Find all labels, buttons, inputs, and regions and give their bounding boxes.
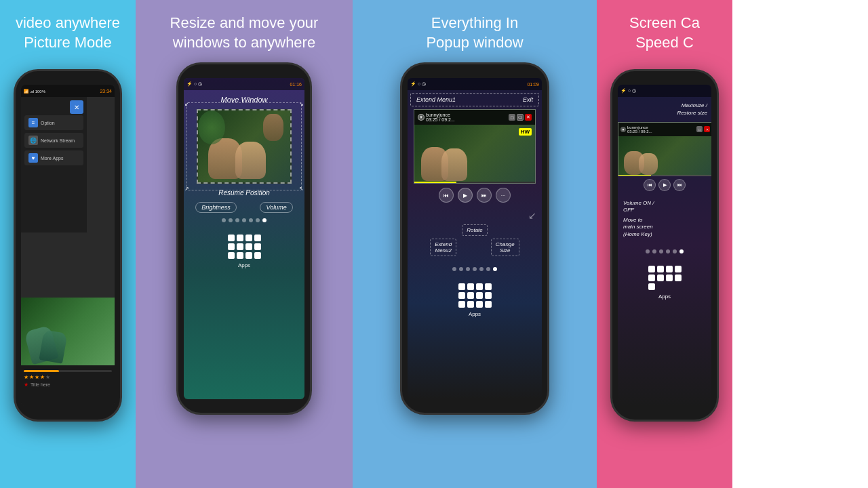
dot4-6-active xyxy=(679,249,684,253)
fastfwd-btn[interactable]: ⏭ xyxy=(477,188,492,203)
sidebar-close-btn[interactable]: ✕ xyxy=(70,100,83,114)
app-dot xyxy=(458,301,465,308)
minimize-btn[interactable]: □ xyxy=(509,114,515,121)
dot4-3 xyxy=(659,249,663,253)
sidebar-item-option[interactable]: ≡ Option xyxy=(24,115,83,130)
apps-grid-2 xyxy=(224,231,264,262)
rating-stars: ★ ★ ★ ★ ★ xyxy=(24,374,112,380)
sidebar-panel: ✕ ≡ Option 🌐 Network Stream ♥ More Apps xyxy=(21,97,87,232)
phone-2-screen: ⚡ ○ ◷ 01:16 Move Window ↙ ↘ ↗ ↖ xyxy=(184,78,304,399)
app-dot xyxy=(675,274,682,281)
dot3-2 xyxy=(459,267,463,271)
move-to-main-label: Move to main screen (Home Key) xyxy=(623,217,706,238)
star-2: ★ xyxy=(29,374,34,380)
page-dots-2 xyxy=(184,218,304,222)
app-dot xyxy=(476,283,483,290)
play-btn[interactable]: ▶ xyxy=(458,188,473,203)
status-right-1: 23:34 xyxy=(100,89,112,94)
panel-1-title: video anywhere Picture Mode xyxy=(16,14,120,52)
close-btn[interactable]: ✕ xyxy=(525,114,532,121)
heart-icon: ♥ xyxy=(28,153,38,163)
dot4-1 xyxy=(646,249,650,253)
app-dot xyxy=(228,243,235,250)
sidebar-item-more-apps[interactable]: ♥ More Apps xyxy=(24,150,83,165)
app-dot xyxy=(245,252,252,259)
app-dot xyxy=(245,235,252,241)
video-frame-4: ▼ bunnyjunce 03:25 / 09:2... □ ✕ xyxy=(618,122,711,176)
app-dot xyxy=(666,266,673,272)
status-bar-1: 📶 .al 100% 23:34 xyxy=(21,85,115,97)
rewind-btn[interactable]: ⏮ xyxy=(439,188,454,203)
app-dot xyxy=(245,243,252,250)
apps-label-4: Apps xyxy=(658,293,671,300)
maximize-label: Maximize / Restore size xyxy=(622,102,707,117)
dot-6 xyxy=(256,218,260,222)
star-4: ★ xyxy=(40,374,45,380)
app-dot xyxy=(657,274,664,281)
app-dot xyxy=(467,301,474,308)
more-btn[interactable]: ··· xyxy=(496,188,511,203)
player-controls-4: ⏮ ▶ ⏭ xyxy=(618,179,711,191)
popup-menu-3: ↙ Rotate Extend Menu2 Change Size xyxy=(408,207,542,262)
apps-grid-4 xyxy=(645,262,685,293)
option-label: Option xyxy=(41,121,55,125)
popup-row-1: Rotate xyxy=(413,224,536,236)
progress-bar-3 xyxy=(414,182,535,184)
video-content-2 xyxy=(198,110,290,182)
thumb-controls: ★ ★ ★ ★ ★ ★ Title here xyxy=(21,365,115,406)
panel-popup-window: Everything In Popup window ⚡ ○ ◷ 01:09 E… xyxy=(353,0,597,488)
phone-mockup-3: ⚡ ○ ◷ 01:09 Extend Menu1 Exit ▼ bunnyjun… xyxy=(400,62,549,415)
exit-label: Exit xyxy=(523,96,533,103)
status-right-3: 01:09 xyxy=(527,82,539,87)
dot4-5 xyxy=(673,249,677,253)
dot3-1 xyxy=(452,267,456,271)
app-dot xyxy=(228,252,235,259)
network-label: Network Stream xyxy=(41,138,75,143)
favorite-icon: ★ xyxy=(24,382,28,388)
app-dot xyxy=(237,235,243,241)
panel-resize-move: Resize and move your windows to anywhere… xyxy=(136,0,353,488)
status-left-3: ⚡ ○ ◷ xyxy=(410,81,426,87)
page-dots-3 xyxy=(408,267,542,271)
apps-label-2: Apps xyxy=(238,262,250,268)
app-dot xyxy=(666,274,673,281)
phone-1-screen: 📶 .al 100% 23:34 ✕ ≡ Option 🌐 Network St… xyxy=(21,85,115,406)
more-apps-label: More Apps xyxy=(41,156,63,161)
dot3-4 xyxy=(473,267,477,271)
app-dot xyxy=(467,283,474,290)
panel-screen-capture: Screen Ca Speed C ⚡ ○ ◷ Maximize / Resto… xyxy=(597,0,732,488)
everything-in: Everything In Popup window xyxy=(426,14,523,51)
progress-bar-1 xyxy=(24,370,112,372)
rewind-btn-4[interactable]: ⏮ xyxy=(644,179,656,191)
thumb-text: Title here xyxy=(31,382,50,387)
panel-3-title: Everything In Popup window xyxy=(426,14,523,52)
app-dot xyxy=(476,292,483,299)
panel-2-title: Resize and move your windows to anywhere xyxy=(142,14,346,52)
player-controls-3: ⏮ ▶ ⏭ ··· xyxy=(408,188,542,203)
dot-1 xyxy=(222,218,226,222)
extend-menu-bar: Extend Menu1 Exit xyxy=(410,93,539,106)
app-dot xyxy=(485,283,492,290)
panel-4-title: Screen Ca Speed C xyxy=(629,14,700,52)
video-header-3: ▼ bunnyjunce03:25 / 09:2... □ ▭ ✕ xyxy=(414,110,535,125)
progress-fill-3 xyxy=(414,182,456,184)
globe-icon: 🌐 xyxy=(28,136,38,145)
status-right-2: 01:16 xyxy=(290,82,302,87)
app-dot xyxy=(228,235,235,241)
fastfwd-btn-4[interactable]: ⏭ xyxy=(673,179,686,191)
dot3-3 xyxy=(466,267,470,271)
dot3-7-active xyxy=(493,267,497,271)
play-btn-4[interactable]: ▶ xyxy=(658,179,671,191)
app-dot xyxy=(458,283,465,290)
change-size-label: Change Size xyxy=(491,239,519,256)
phone-mockup-2: ⚡ ○ ◷ 01:16 Move Window ↙ ↘ ↗ ↖ xyxy=(176,62,312,415)
status-bar-3: ⚡ ○ ◷ 01:09 xyxy=(408,78,542,90)
video-frame-2 xyxy=(197,109,292,184)
dot3-6 xyxy=(486,267,490,271)
video-header-4: ▼ bunnyjunce 03:25 / 09:2... □ ✕ xyxy=(618,123,711,136)
phone-mockup-4: ⚡ ○ ◷ Maximize / Restore size ▼ bunnyjun… xyxy=(610,69,719,422)
maximize-btn[interactable]: ▭ xyxy=(517,114,524,121)
sidebar-item-network[interactable]: 🌐 Network Stream xyxy=(24,133,83,148)
app-dot xyxy=(648,274,655,281)
dot-5 xyxy=(249,218,253,222)
